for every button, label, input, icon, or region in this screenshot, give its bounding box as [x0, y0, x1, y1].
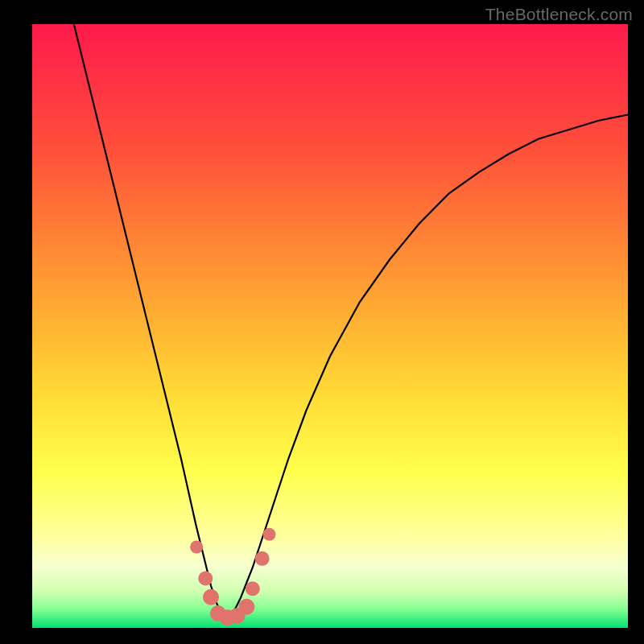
marker-dot: [263, 528, 276, 541]
plot-area: [32, 24, 628, 628]
marker-dot: [246, 581, 260, 596]
marker-dot: [198, 572, 213, 586]
marker-dot: [190, 541, 203, 554]
watermark-text: TheBottleneck.com: [485, 5, 633, 24]
marker-dot: [203, 589, 219, 605]
marker-dot: [255, 551, 270, 566]
background-gradient: [32, 24, 628, 628]
marker-dot: [238, 599, 254, 615]
chart-svg: [32, 24, 628, 628]
